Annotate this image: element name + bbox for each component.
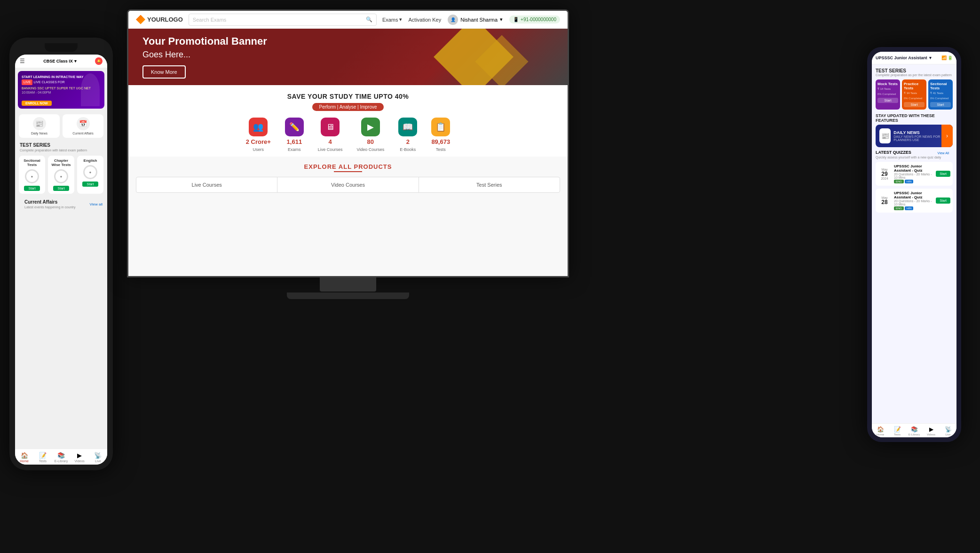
view-all-link[interactable]: View all bbox=[90, 202, 103, 206]
stat-live-courses: 🖥 4 Live Courses bbox=[318, 118, 343, 152]
stat-users: 👥 2 Crore+ Users bbox=[246, 118, 271, 152]
notification-icon[interactable]: 🔔 bbox=[95, 57, 103, 65]
news-text: DAILY NEWS DAILY NEWS FOR NEWS FOR PLANN… bbox=[893, 130, 949, 142]
bottom-nav-tests[interactable]: 📝 Tests bbox=[33, 452, 52, 463]
chapterwise-start[interactable]: Start bbox=[53, 186, 70, 191]
class-badge[interactable]: CBSE Class IX ▾ bbox=[43, 59, 77, 63]
current-affairs-icon: 📅 bbox=[77, 117, 90, 130]
exams-icon: ✏️ bbox=[285, 118, 304, 136]
sectional-tests-start[interactable]: Start bbox=[930, 102, 951, 107]
signal-icon: 📶 bbox=[941, 55, 947, 60]
tests-icon: 📝 bbox=[39, 452, 47, 459]
exams-label: Exams bbox=[288, 147, 301, 152]
monitor-screen: YOURLOGO Search Exams 🔍 Exams ▾ Activati… bbox=[127, 9, 569, 277]
quiz-1-badge-eng: ENG bbox=[894, 180, 904, 183]
quiz-item-2[interactable]: May 28 UPSSSC Junior Assistant - Quiz 20… bbox=[876, 189, 953, 213]
rph-practice-tests-card[interactable]: Practice Tests ₹ 34 Tests 0% Completed S… bbox=[902, 79, 926, 110]
video-courses-label: Video Courses bbox=[356, 147, 384, 152]
enroll-button[interactable]: ENROLL NOW bbox=[22, 101, 52, 106]
product-tabs: Live Courses Video Courses Test Series bbox=[136, 177, 560, 193]
exam-badge[interactable]: UPSSSC Junior Assistant ▾ bbox=[876, 55, 932, 60]
quick-links-row: 📰 Daily News 📅 Current Affairs bbox=[15, 111, 107, 141]
phone-notch bbox=[45, 43, 78, 52]
activation-key-link[interactable]: Activation Key bbox=[409, 17, 442, 23]
rph-elibrary-icon: 📚 bbox=[911, 426, 918, 433]
quizzes-view-all[interactable]: View All bbox=[938, 151, 953, 155]
tab-video-courses[interactable]: Video Courses bbox=[277, 177, 419, 192]
hamburger-icon[interactable]: ☰ bbox=[20, 58, 25, 64]
class-label: CBSE Class IX bbox=[43, 59, 73, 63]
left-phone: ☰ CBSE Class IX ▾ 🔔 START LEARNING IN IN… bbox=[9, 38, 113, 470]
ebooks-icon: 📖 bbox=[398, 118, 417, 136]
rph-home-icon: 🏠 bbox=[877, 426, 884, 433]
quiz-1-badges: ENG HIN bbox=[894, 180, 933, 183]
rph-sectional-tests-card[interactable]: Sectional Tests ₹ 41 Tests 0% Completed … bbox=[928, 79, 953, 110]
rph-nav-live[interactable]: 📡 Live bbox=[940, 426, 956, 436]
rph-nav-videos[interactable]: ▶ Videos bbox=[923, 426, 940, 436]
monitor-base bbox=[287, 292, 409, 299]
sectional-start[interactable]: Start bbox=[24, 186, 40, 191]
exams-label: Exams bbox=[382, 17, 398, 23]
practice-tests-start[interactable]: Start bbox=[904, 102, 925, 107]
mock-tests-progress: 0% Completed bbox=[877, 93, 898, 95]
bottom-nav-home[interactable]: 🏠 Home bbox=[15, 452, 33, 463]
quiz-2-badges: ENG HIN bbox=[894, 206, 933, 210]
rph-test-series-title: TEST SERIES bbox=[876, 68, 953, 73]
test-card-sectional[interactable]: Sectional Tests ● Start bbox=[19, 156, 45, 194]
videos-label: Videos bbox=[75, 459, 85, 463]
tagline-badge: Perform | Analyse | Improve bbox=[312, 103, 383, 111]
sectional-tests-title: Sectional Tests bbox=[930, 82, 951, 90]
practice-tests-meta: ₹ 34 Tests bbox=[904, 91, 925, 95]
quizzes-title: LATEST QUIZZES bbox=[876, 150, 911, 155]
stay-updated-title: STAY UPDATED WITH THESE FEATURES bbox=[876, 113, 953, 123]
quiz-2-info: UPSSSC Junior Assistant - Quiz 20 Questi… bbox=[894, 191, 933, 210]
quick-link-current-affairs[interactable]: 📅 Current Affairs bbox=[63, 114, 103, 138]
users-icon: 👥 bbox=[249, 118, 268, 136]
test-card-chapterwise[interactable]: Chapter Wise Tests ● Start bbox=[48, 156, 74, 194]
rph-nav-elibrary[interactable]: 📚 E-Library bbox=[906, 426, 923, 436]
banner-decoration bbox=[436, 29, 530, 85]
quiz-1-badge-hin: HIN bbox=[905, 180, 913, 183]
quick-link-daily-news[interactable]: 📰 Daily News bbox=[19, 114, 60, 138]
phone-badge: 📱 +91-0000000000 bbox=[509, 16, 560, 24]
bottom-nav-live[interactable]: 📡 Live bbox=[89, 452, 107, 463]
user-name: Nishant Sharma bbox=[460, 17, 498, 23]
search-bar[interactable]: Search Exams 🔍 bbox=[189, 14, 377, 26]
monitor: YOURLOGO Search Exams 🔍 Exams ▾ Activati… bbox=[122, 9, 574, 299]
english-start[interactable]: Start bbox=[82, 182, 99, 187]
user-menu[interactable]: 👤 Nishant Sharma ▾ bbox=[448, 15, 503, 25]
phone-bottom-nav: 🏠 Home 📝 Tests 📚 E-Library ▶ Videos 📡 Li… bbox=[15, 449, 107, 465]
quiz-1-start-btn[interactable]: Start bbox=[936, 171, 950, 177]
banner-headline: Your Promotional Banner bbox=[142, 35, 267, 47]
elibrary-icon: 📚 bbox=[57, 452, 65, 459]
bottom-nav-videos[interactable]: ▶ Videos bbox=[71, 452, 89, 463]
users-number: 2 Crore+ bbox=[246, 138, 271, 145]
right-phone-screen: UPSSSC Junior Assistant ▾ 📶 🔋 TEST SERIE… bbox=[872, 52, 956, 437]
live-label: Live bbox=[95, 459, 101, 463]
banner-line2: LIVE CLASSES FOR bbox=[33, 80, 64, 84]
know-more-button[interactable]: Know More bbox=[142, 65, 186, 79]
rph-mock-tests-card[interactable]: Mock Tests ₹ 14 Tests 0% Completed Start bbox=[876, 79, 900, 110]
tab-test-series[interactable]: Test Series bbox=[419, 177, 560, 192]
signal-icons: 📶 🔋 bbox=[941, 55, 953, 60]
english-title: English bbox=[84, 158, 97, 163]
quiz-item-1[interactable]: May 29 2024 UPSSSC Junior Assistant - Qu… bbox=[876, 162, 953, 186]
quiz-2-start-btn[interactable]: Start bbox=[936, 198, 950, 204]
rph-nav-tests[interactable]: 📝 Tests bbox=[889, 426, 906, 436]
stat-tests: 📋 89,673 Tests bbox=[431, 118, 450, 152]
quiz-1-name: UPSSSC Junior Assistant - Quiz bbox=[894, 164, 933, 173]
bottom-nav-elibrary[interactable]: 📚 E-Library bbox=[52, 452, 70, 463]
exams-link[interactable]: Exams ▾ bbox=[382, 16, 402, 23]
rph-test-series: TEST SERIES Complete preparation as per … bbox=[872, 64, 956, 113]
logo-text: YOURLOGO bbox=[147, 16, 183, 23]
test-card-english[interactable]: English ● Start bbox=[77, 156, 103, 194]
explore-underline bbox=[334, 171, 362, 172]
mock-tests-start[interactable]: Start bbox=[877, 98, 898, 103]
rph-nav-home[interactable]: 🏠 Home bbox=[872, 426, 889, 436]
quiz-1-info: UPSSSC Junior Assistant - Quiz 20 Questi… bbox=[894, 164, 933, 183]
home-icon: 🏠 bbox=[21, 452, 28, 459]
tab-live-courses[interactable]: Live Courses bbox=[136, 177, 277, 192]
website: YOURLOGO Search Exams 🔍 Exams ▾ Activati… bbox=[128, 11, 568, 276]
daily-news-banner[interactable]: 📰 DAILY NEWS DAILY NEWS FOR NEWS FOR PLA… bbox=[876, 125, 953, 147]
mock-tests-meta: ₹ 14 Tests bbox=[877, 87, 898, 90]
